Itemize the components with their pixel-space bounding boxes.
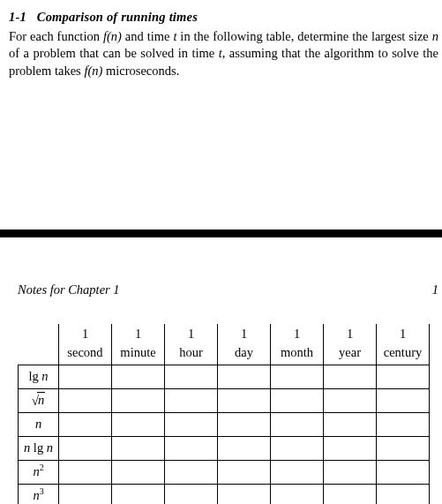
prompt-symbol-fn2: f(n)	[84, 64, 102, 78]
table-row: n	[19, 412, 430, 436]
row-label-n: n	[19, 412, 59, 436]
comparison-table: 1 1 1 1 1 1 1 second minute hour day mon…	[18, 324, 430, 504]
cell-empty	[218, 412, 271, 436]
cell-empty	[165, 388, 218, 412]
row-label-nlgn: n lg n	[19, 436, 59, 460]
cell-empty	[377, 436, 430, 460]
cell-empty	[377, 365, 430, 388]
cell-empty	[324, 460, 377, 484]
cell-empty	[271, 365, 324, 388]
col-header-unit-2: hour	[165, 343, 218, 365]
table-row: n lg n	[19, 436, 430, 460]
cell-empty	[324, 388, 377, 412]
prompt-text-3: in the following table, determine the la…	[176, 29, 431, 43]
exercise-title: Comparison of running times	[37, 10, 198, 24]
table-row: √n	[19, 388, 430, 412]
table-corner-blank-2	[19, 343, 59, 365]
cell-empty	[271, 436, 324, 460]
page-number-fragment: 1	[432, 282, 438, 299]
exercise-prompt: For each function f(n) and time t in the…	[9, 28, 438, 80]
cell-empty	[112, 365, 165, 388]
cell-empty	[271, 388, 324, 412]
row-label-n2: n2	[19, 460, 59, 484]
cell-empty	[218, 436, 271, 460]
cell-empty	[59, 365, 112, 388]
row-label-n3: n3	[19, 484, 59, 504]
cell-empty	[165, 436, 218, 460]
cell-empty	[112, 388, 165, 412]
col-header-unit-3: day	[218, 343, 271, 365]
cell-empty	[112, 412, 165, 436]
cell-empty	[324, 412, 377, 436]
col-header-top-0: 1	[59, 324, 112, 344]
col-header-top-4: 1	[271, 324, 324, 344]
col-header-top-2: 1	[165, 324, 218, 344]
cell-empty	[165, 365, 218, 388]
table-corner-blank	[19, 324, 59, 344]
prompt-symbol-n: n	[432, 29, 438, 43]
prompt-text-6: microseconds.	[102, 64, 179, 78]
cell-empty	[112, 484, 165, 504]
col-header-top-3: 1	[218, 324, 271, 344]
table-row: n2	[19, 460, 430, 484]
col-header-top-5: 1	[324, 324, 377, 344]
col-header-unit-1: minute	[112, 343, 165, 365]
col-header-unit-0: second	[59, 343, 112, 365]
table-row: n3	[19, 484, 430, 504]
cell-empty	[324, 436, 377, 460]
cell-empty	[165, 460, 218, 484]
cell-empty	[324, 484, 377, 504]
cell-empty	[112, 436, 165, 460]
col-header-top-6: 1	[377, 324, 430, 344]
row-label-lgn: lg n	[19, 365, 59, 388]
prompt-symbol-fn: f(n)	[103, 29, 122, 43]
cell-empty	[271, 484, 324, 504]
cell-empty	[59, 484, 112, 504]
cell-empty	[112, 460, 165, 484]
row-label-sqrtn: √n	[19, 388, 59, 412]
cell-empty	[377, 484, 430, 504]
cell-empty	[59, 388, 112, 412]
exercise-number: 1-1	[9, 10, 26, 24]
cell-empty	[271, 412, 324, 436]
col-header-unit-6: century	[377, 343, 430, 365]
cell-empty	[218, 388, 271, 412]
exercise-heading: 1-1 Comparison of running times	[9, 9, 438, 26]
cell-empty	[377, 460, 430, 484]
cell-empty	[218, 484, 271, 504]
cell-empty	[165, 412, 218, 436]
cell-empty	[165, 484, 218, 504]
prompt-text-4: of a problem that can be solved in time	[9, 46, 219, 60]
notes-for-chapter-label: Notes for Chapter 1	[18, 282, 120, 299]
section-divider-rule	[0, 229, 442, 237]
prompt-text-2: and time	[122, 29, 174, 43]
cell-empty	[324, 365, 377, 388]
cell-empty	[59, 436, 112, 460]
cell-empty	[377, 388, 430, 412]
col-header-top-1: 1	[112, 324, 165, 344]
cell-empty	[271, 460, 324, 484]
cell-empty	[59, 412, 112, 436]
cell-empty	[59, 460, 112, 484]
prompt-text-1: For each function	[9, 29, 103, 43]
cell-empty	[218, 365, 271, 388]
cell-empty	[377, 412, 430, 436]
table-row: lg n	[19, 365, 430, 388]
col-header-unit-4: month	[271, 343, 324, 365]
col-header-unit-5: year	[324, 343, 377, 365]
cell-empty	[218, 460, 271, 484]
